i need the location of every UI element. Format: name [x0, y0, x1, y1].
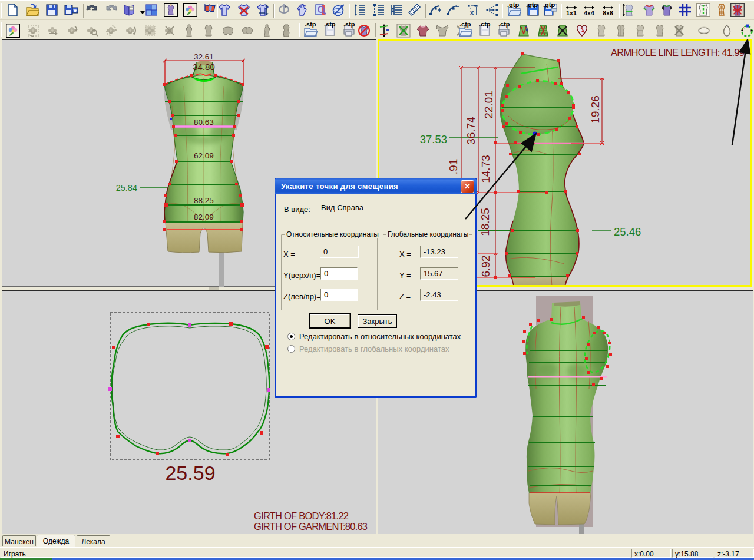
svg-text:37.53: 37.53	[420, 133, 447, 145]
svg-text:1x1: 1x1	[566, 9, 577, 16]
svg-text:.91: .91	[447, 159, 459, 174]
svg-text:62.09: 62.09	[194, 151, 214, 160]
svg-text:8x8: 8x8	[603, 9, 613, 16]
svg-text:14.73: 14.73	[479, 155, 492, 183]
svg-text:19.26: 19.26	[589, 95, 601, 124]
svg-text:GIRTH OF GARMENT:80.63: GIRTH OF GARMENT:80.63	[254, 521, 368, 532]
svg-text:25.59: 25.59	[165, 462, 215, 484]
svg-text:4x4: 4x4	[584, 9, 594, 16]
svg-text:6.92: 6.92	[479, 256, 492, 277]
svg-text:82.09: 82.09	[194, 213, 214, 221]
svg-text:GIRTH OF BODY:81.22: GIRTH OF BODY:81.22	[254, 511, 349, 521]
svg-text:34.80: 34.80	[193, 62, 215, 72]
svg-text:25.84: 25.84	[116, 183, 137, 193]
svg-text:18.25: 18.25	[479, 208, 491, 236]
svg-text:ARMHOLE LINE LENGTH: 41.99: ARMHOLE LINE LENGTH: 41.99	[611, 47, 745, 58]
svg-text:80.63: 80.63	[194, 118, 214, 127]
svg-text:22.01: 22.01	[482, 91, 495, 119]
svg-text:36.74: 36.74	[465, 117, 477, 145]
svg-text:25.46: 25.46	[614, 226, 641, 238]
svg-text:32.61: 32.61	[194, 52, 214, 61]
svg-text:88.25: 88.25	[194, 196, 214, 205]
